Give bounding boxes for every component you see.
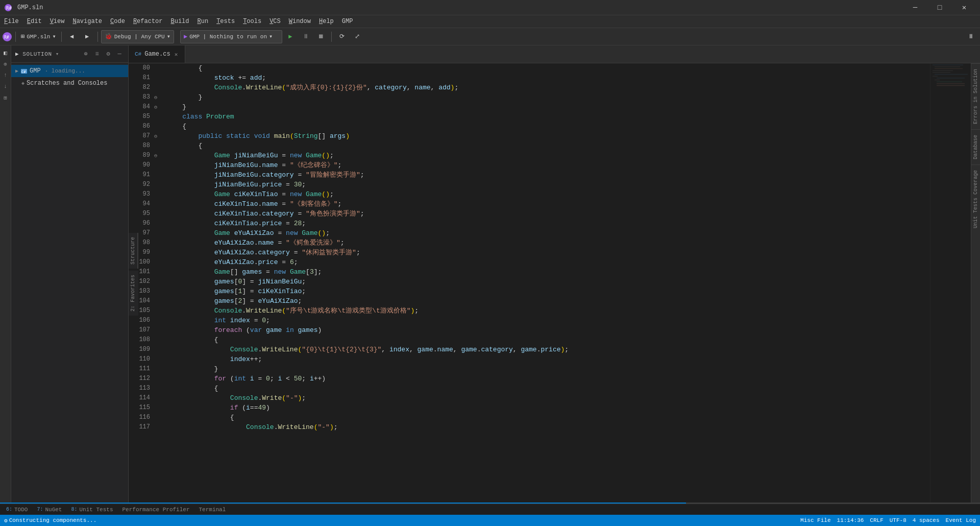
tree-item-gmp[interactable]: ▶ C# GMP · loading... xyxy=(11,65,128,77)
todo-tab[interactable]: 6: TODO xyxy=(2,504,32,515)
activity4-icon[interactable]: ↓ xyxy=(1,81,11,91)
explorer-icon[interactable]: ◧ xyxy=(1,47,11,58)
code-line-103: games[1] = ciKeXinTiao; xyxy=(166,286,930,296)
step-over[interactable]: ⟳ xyxy=(335,30,349,44)
minimize-button[interactable]: ─ xyxy=(903,0,927,15)
stop-button[interactable]: ⏹ xyxy=(314,30,328,44)
menu-window[interactable]: Window xyxy=(285,15,315,28)
ln-82: 82 xyxy=(129,83,150,92)
forward-button[interactable]: ▶ xyxy=(80,30,94,44)
code-line-91: jiNianBeiGu.category = "冒险解密类手游"; xyxy=(166,170,930,180)
ln-116: 116 xyxy=(129,413,150,422)
svg-rect-11 xyxy=(933,72,950,73)
terminal-label: Terminal xyxy=(199,507,226,513)
nuget-tab[interactable]: 7: NuGet xyxy=(33,504,66,515)
activity5-icon[interactable]: ⊞ xyxy=(1,92,11,103)
todo-label: TODO xyxy=(14,507,28,513)
unit-tests-tab[interactable]: 8: Unit Tests xyxy=(67,504,117,515)
collapse-btn[interactable]: — xyxy=(115,50,124,59)
svg-rect-15 xyxy=(935,80,940,80)
code-content[interactable]: { stock += add; Console.WriteLine("成功入库{… xyxy=(162,63,930,503)
svg-rect-13 xyxy=(933,76,938,77)
terminal-tab[interactable]: Terminal xyxy=(195,504,230,515)
debug-config-dropdown[interactable]: 🐞 Debug | Any CPU ▾ xyxy=(101,30,174,43)
tree-item-scratches[interactable]: ◈ Scratches and Consoles xyxy=(11,77,128,89)
unit-tests-num: 8: xyxy=(71,507,77,512)
code-line-95: ciKeXinTiao.category = "角色扮演类手游"; xyxy=(166,209,930,219)
tab-filename: Game.cs xyxy=(144,51,170,58)
debug-button[interactable]: ⏸ xyxy=(299,30,313,44)
ln-87: 87 xyxy=(129,131,150,141)
run-target-dropdown[interactable]: ▶ GMP | Nothing to run on ▾ xyxy=(180,30,282,43)
code-line-108: { xyxy=(166,335,930,345)
add-btn[interactable]: ⊕ xyxy=(81,50,90,59)
encoding-label: UTF-8 xyxy=(890,517,906,523)
menu-navigate[interactable]: Navigate xyxy=(68,15,106,28)
code-line-88: { xyxy=(166,141,930,151)
code-line-89: Game jiNianBeiGu = new Game(); xyxy=(166,151,930,160)
solution-dropdown[interactable]: ⊞ GMP.sln ▾ xyxy=(19,30,58,44)
database-tab[interactable]: Database xyxy=(971,129,980,164)
activity-bar: ◧ ⊕ ↑ ↓ ⊞ xyxy=(0,45,11,503)
errors-tab[interactable]: Errors in Solution xyxy=(971,63,980,129)
ln-86: 86 xyxy=(129,122,150,131)
menu-bar: File Edit View Navigate Code Refactor Bu… xyxy=(0,15,980,28)
crlf-status[interactable]: CRLF xyxy=(870,517,883,523)
crlf-label: CRLF xyxy=(870,517,883,523)
main-layout: ◧ ⊕ ↑ ↓ ⊞ ▶ Solution ▾ ⊕ ≡ ⚙ — ▶ xyxy=(0,45,980,503)
expand-btn[interactable]: ⤢ xyxy=(350,30,364,44)
event-log-status[interactable]: Event Log xyxy=(946,517,976,523)
menu-build[interactable]: Build xyxy=(167,15,193,28)
code-line-105: Console.WriteLine("序号\t游戏名称\t游戏类型\t游戏价格"… xyxy=(166,306,930,316)
menu-tests[interactable]: Tests xyxy=(212,15,239,28)
menu-help[interactable]: Help xyxy=(315,15,338,28)
ln-108: 108 xyxy=(129,335,150,345)
performance-profiler-label: Performance Profiler xyxy=(122,507,189,513)
code-line-93: Game ciKeXinTiao = new Game(); xyxy=(166,189,930,199)
svg-rect-16 xyxy=(937,82,962,82)
unit-tests-coverage-tab[interactable]: Unit Tests Coverage xyxy=(971,164,980,233)
svg-rect-12 xyxy=(935,74,968,75)
maximize-button[interactable]: □ xyxy=(928,0,951,15)
settings-btn[interactable]: ⚙ xyxy=(104,50,113,59)
editor-area: C# Game.cs ✕ 80 81 82 83 84 85 86 87 88 … xyxy=(129,45,980,503)
left-side-tabs: Structure 2↕ Favorites xyxy=(129,232,138,315)
menu-refactor[interactable]: Refactor xyxy=(129,15,167,28)
back-button[interactable]: ◀ xyxy=(65,30,79,44)
close-button[interactable]: ✕ xyxy=(952,0,976,15)
encoding-status[interactable]: UTF-8 xyxy=(890,517,906,523)
menu-gmp[interactable]: GMP xyxy=(338,15,357,28)
code-line-90: jiNianBeiGu.name = "《纪念碑谷》"; xyxy=(166,160,930,170)
ln-85: 85 xyxy=(129,112,150,122)
indent-status[interactable]: 4 spaces xyxy=(913,517,940,523)
activity2-icon[interactable]: ⊕ xyxy=(1,59,11,69)
tab-close-btn[interactable]: ✕ xyxy=(174,51,179,58)
code-line-104: games[2] = eYuAiXiZao; xyxy=(166,296,930,306)
menu-file[interactable]: File xyxy=(0,15,23,28)
menu-edit[interactable]: Edit xyxy=(23,15,46,28)
run-button[interactable]: ▶ xyxy=(283,30,298,44)
structure-tab[interactable]: Structure xyxy=(129,232,138,268)
toolbar-right-btn[interactable]: ⏸ xyxy=(964,30,978,44)
project-icon: C# xyxy=(20,67,28,75)
activity3-icon[interactable]: ↑ xyxy=(1,70,11,80)
constructing-status[interactable]: ⚙ Constructing components... xyxy=(4,517,96,524)
ln-80: 80 xyxy=(129,63,150,73)
sep4 xyxy=(331,32,332,42)
nuget-num: 7: xyxy=(37,507,43,512)
menu-view[interactable]: View xyxy=(46,15,69,28)
menu-vcs[interactable]: VCS xyxy=(265,15,285,28)
menu-tools[interactable]: Tools xyxy=(239,15,265,28)
constructing-label: Constructing components... xyxy=(9,517,97,523)
performance-profiler-tab[interactable]: Performance Profiler xyxy=(118,504,193,515)
status-bar-left: ⚙ Constructing components... xyxy=(4,517,96,524)
menu-run[interactable]: Run xyxy=(193,15,213,28)
menu-code[interactable]: Code xyxy=(106,15,129,28)
filter-btn[interactable]: ≡ xyxy=(92,50,102,59)
tree-scratches-icon: ◈ xyxy=(21,80,24,86)
app-icon: R# xyxy=(4,4,12,12)
ln-88: 88 xyxy=(129,141,150,151)
favorites-tab[interactable]: 2↕ Favorites xyxy=(129,271,138,316)
title-bar-controls: ─ □ ✕ xyxy=(903,0,976,15)
editor-tab-game-cs[interactable]: C# Game.cs ✕ xyxy=(129,45,185,63)
